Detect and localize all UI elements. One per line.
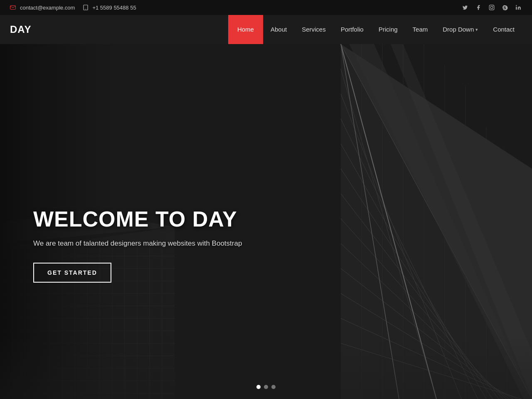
nav-item-home: Home [228, 15, 263, 44]
topbar: contact@example.com +1 5589 55488 55 [0, 0, 532, 15]
nav-item-portfolio: Portfolio [333, 15, 371, 44]
hero-section: WELCOME TO DAY We are team of talanted d… [0, 44, 532, 399]
nav-item-services: Services [294, 15, 333, 44]
hero-title: WELCOME TO DAY [33, 207, 242, 231]
navbar: DAY Home About Services Portfolio Pricin… [0, 15, 532, 44]
hero-subtitle: We are team of talanted designers making… [33, 239, 242, 248]
carousel-dots [256, 385, 276, 389]
skype-icon[interactable] [501, 4, 509, 11]
nav-link-team[interactable]: Team [405, 15, 436, 44]
nav-link-contact[interactable]: Contact [485, 15, 522, 44]
svg-point-3 [490, 6, 493, 9]
email-text: contact@example.com [20, 5, 75, 11]
svg-point-4 [493, 6, 493, 6]
nav-link-portfolio[interactable]: Portfolio [333, 15, 371, 44]
nav-item-team: Team [405, 15, 436, 44]
instagram-icon[interactable] [488, 4, 495, 11]
phone-icon [83, 5, 88, 10]
hero-content: WELCOME TO DAY We are team of talanted d… [33, 207, 242, 283]
get-started-button[interactable]: GET STARTED [33, 263, 111, 283]
contact-phone: +1 5589 55488 55 [83, 5, 136, 11]
carousel-dot-3[interactable] [271, 385, 276, 389]
nav-link-about[interactable]: About [263, 15, 294, 44]
linkedin-icon[interactable] [515, 4, 522, 11]
dropdown-arrow-icon: ▾ [475, 15, 478, 44]
nav-item-dropdown: Drop Down ▾ [435, 15, 485, 44]
topbar-left: contact@example.com +1 5589 55488 55 [10, 5, 136, 11]
svg-point-1 [86, 9, 86, 9]
svg-point-5 [516, 5, 517, 6]
twitter-icon[interactable] [461, 4, 469, 11]
svg-rect-63 [0, 335, 532, 399]
nav-link-services[interactable]: Services [294, 15, 333, 44]
social-icons [461, 4, 522, 11]
phone-text: +1 5589 55488 55 [92, 5, 136, 11]
nav-link-home[interactable]: Home [228, 15, 263, 44]
carousel-dot-1[interactable] [256, 385, 261, 389]
nav-item-about: About [263, 15, 294, 44]
nav-menu: Home About Services Portfolio Pricing Te… [228, 15, 522, 44]
carousel-dot-2[interactable] [264, 385, 268, 389]
nav-link-dropdown[interactable]: Drop Down ▾ [435, 15, 485, 44]
nav-link-pricing[interactable]: Pricing [371, 15, 405, 44]
facebook-icon[interactable] [475, 4, 482, 11]
svg-rect-2 [489, 5, 494, 10]
brand-logo[interactable]: DAY [10, 24, 31, 35]
contact-email: contact@example.com [10, 5, 75, 11]
email-icon [10, 5, 16, 10]
nav-item-pricing: Pricing [371, 15, 405, 44]
nav-item-contact: Contact [485, 15, 522, 44]
